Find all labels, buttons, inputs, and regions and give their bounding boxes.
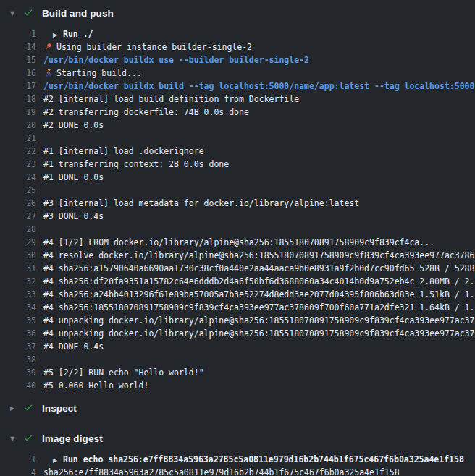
log-line-text — [43, 132, 475, 145]
section-inspect: ▶ Inspect — [0, 395, 475, 425]
log-text: #1 DONE 0.0s — [43, 172, 104, 182]
log-line[interactable]: 21 — [0, 132, 475, 145]
log-line-text: #3 [internal] load metadata for docker.i… — [43, 197, 475, 210]
log-text: #4 DONE 0.4s — [43, 341, 104, 352]
log-line-text: sha256:e7ff8834a5963a2785c5a0811e979d16b… — [43, 466, 475, 476]
log-line[interactable]: 37#4 DONE 0.4s — [0, 340, 475, 353]
chevron-down-icon[interactable]: ▼ — [10, 435, 23, 442]
log-line-text: #4 sha256:a24bb4013296f61e89ba57005a7b3e… — [43, 288, 475, 301]
log-line[interactable]: 38 — [0, 353, 475, 366]
log-line[interactable]: 31#4 sha256:a15790640a6690aa1730c38cf0a4… — [0, 262, 475, 275]
runner-icon — [43, 68, 53, 77]
chevron-right-icon[interactable]: ▶ — [10, 405, 23, 412]
log-text: #2 transferring dockerfile: 74B 0.0s don… — [43, 107, 249, 117]
log-line[interactable]: 23#1 transferring context: 2B 0.0s done — [0, 158, 475, 171]
line-number: 16 — [0, 67, 36, 80]
log-line-text: #2 transferring dockerfile: 74B 0.0s don… — [43, 106, 475, 119]
log-line-text: #3 DONE 0.4s — [43, 210, 475, 223]
log-line[interactable]: 26#3 [internal] load metadata for docker… — [0, 197, 475, 210]
log-line[interactable]: 30#4 resolve docker.io/library/alpine@sh… — [0, 249, 475, 262]
line-number: 39 — [0, 366, 36, 379]
section-log-lines: 1▶Run echo sha256:e7ff8834a5963a2785c5a0… — [0, 451, 475, 476]
log-line-text: #2 DONE 0.0s — [43, 119, 475, 132]
log-line[interactable]: 20#2 DONE 0.0s — [0, 119, 475, 132]
log-text: #5 0.060 Hello world! — [43, 381, 148, 391]
log-line-text: #4 sha256:df20fa9351a15782c64e6dddb2d4a6… — [43, 275, 475, 288]
log-line[interactable]: 29#4 [1/2] FROM docker.io/library/alpine… — [0, 236, 475, 249]
log-line-text: #1 DONE 0.0s — [43, 171, 475, 184]
log-text: #5 [2/2] RUN echo "Hello world!" — [43, 367, 204, 378]
line-number: 32 — [0, 275, 36, 288]
expand-run-icon[interactable]: ▶ — [53, 454, 63, 466]
log-line[interactable]: 1▶Run ./ — [0, 27, 475, 41]
log-line-text — [43, 353, 475, 366]
line-number: 17 — [0, 80, 36, 93]
log-line-text — [43, 223, 475, 236]
section-header-image-digest[interactable]: ▼ Image digest — [0, 425, 475, 451]
log-line[interactable]: 25 — [0, 184, 475, 197]
line-number: 26 — [0, 197, 36, 210]
command-line-text: /usr/bin/docker buildx build --tag local… — [43, 80, 475, 93]
line-number: 31 — [0, 262, 36, 275]
section-title: Build and push — [42, 8, 114, 19]
log-line[interactable]: 35#4 unpacking docker.io/library/alpine@… — [0, 314, 475, 327]
log-line[interactable]: 27#3 DONE 0.4s — [0, 210, 475, 223]
section-build-and-push: ▼ Build and push 1▶Run ./14Using builder… — [0, 0, 475, 395]
log-line-text: #4 [1/2] FROM docker.io/library/alpine@s… — [43, 236, 475, 249]
log-line-text: #4 sha256:185518070891758909c9f839cf4ca3… — [43, 301, 475, 314]
line-number: 33 — [0, 288, 36, 301]
log-line-text: #5 [2/2] RUN echo "Hello world!" — [43, 366, 475, 379]
line-number: 4 — [0, 466, 36, 476]
log-text: #2 [internal] load build definition from… — [43, 94, 299, 104]
line-number: 21 — [0, 132, 36, 145]
log-text: #4 resolve docker.io/library/alpine@sha2… — [43, 250, 475, 260]
line-number: 24 — [0, 171, 36, 184]
line-number: 27 — [0, 210, 36, 223]
log-line-text: #1 [internal] load .dockerignore — [43, 145, 475, 158]
line-number: 34 — [0, 301, 36, 314]
log-line[interactable]: 36#4 unpacking docker.io/library/alpine@… — [0, 327, 475, 340]
log-line[interactable]: 19#2 transferring dockerfile: 74B 0.0s d… — [0, 106, 475, 119]
log-line[interactable]: 14Using builder instance builder-single-… — [0, 41, 475, 54]
pushpin-icon — [43, 42, 53, 51]
log-line[interactable]: 22#1 [internal] load .dockerignore — [0, 145, 475, 158]
line-number: 1 — [0, 27, 36, 41]
expand-run-icon[interactable]: ▶ — [53, 29, 63, 41]
log-line[interactable]: 33#4 sha256:a24bb4013296f61e89ba57005a7b… — [0, 288, 475, 301]
log-line[interactable]: 16Starting build... — [0, 67, 475, 80]
log-line-text: Using builder instance builder-single-2 — [43, 41, 475, 54]
log-line[interactable]: 39#5 [2/2] RUN echo "Hello world!" — [0, 366, 475, 379]
log-line[interactable]: 1▶Run echo sha256:e7ff8834a5963a2785c5a0… — [0, 453, 475, 466]
section-header-inspect[interactable]: ▶ Inspect — [0, 395, 475, 421]
run-command-text: Run ./ — [63, 29, 93, 39]
log-text: #4 sha256:df20fa9351a15782c64e6dddb2d4a6… — [43, 276, 475, 286]
log-text: #4 sha256:a24bb4013296f61e89ba57005a7b3e… — [43, 289, 475, 299]
log-line-text: #5 0.060 Hello world! — [43, 379, 475, 392]
line-number: 14 — [0, 41, 36, 54]
log-line[interactable]: 15/usr/bin/docker buildx use --builder b… — [0, 54, 475, 67]
log-line-text: #4 unpacking docker.io/library/alpine@sh… — [43, 327, 475, 340]
chevron-down-icon[interactable]: ▼ — [10, 10, 23, 17]
line-number: 18 — [0, 93, 36, 106]
success-check-icon — [23, 7, 35, 19]
log-line[interactable]: 18#2 [internal] load build definition fr… — [0, 93, 475, 106]
line-number: 15 — [0, 54, 36, 67]
command-line-text: /usr/bin/docker buildx use --builder bui… — [43, 54, 475, 67]
success-check-icon — [23, 402, 35, 414]
log-line[interactable]: 24#1 DONE 0.0s — [0, 171, 475, 184]
section-log-lines: 1▶Run ./14Using builder instance builder… — [0, 26, 475, 395]
log-line[interactable]: 4sha256:e7ff8834a5963a2785c5a0811e979d16… — [0, 466, 475, 476]
log-line[interactable]: 17/usr/bin/docker buildx build --tag loc… — [0, 80, 475, 93]
line-number: 19 — [0, 106, 36, 119]
log-line-text: #1 transferring context: 2B 0.0s done — [43, 158, 475, 171]
log-line-text: #4 sha256:a15790640a6690aa1730c38cf0a440… — [43, 262, 475, 275]
log-line-text: #4 resolve docker.io/library/alpine@sha2… — [43, 249, 475, 262]
line-number: 1 — [0, 453, 36, 466]
log-line[interactable]: 28 — [0, 223, 475, 236]
section-header-build-and-push[interactable]: ▼ Build and push — [0, 0, 475, 26]
log-line[interactable]: 34#4 sha256:185518070891758909c9f839cf4c… — [0, 301, 475, 314]
log-line[interactable]: 32#4 sha256:df20fa9351a15782c64e6dddb2d4… — [0, 275, 475, 288]
line-number: 35 — [0, 314, 36, 327]
log-text: #1 [internal] load .dockerignore — [43, 146, 204, 156]
log-line[interactable]: 40#5 0.060 Hello world! — [0, 379, 475, 392]
